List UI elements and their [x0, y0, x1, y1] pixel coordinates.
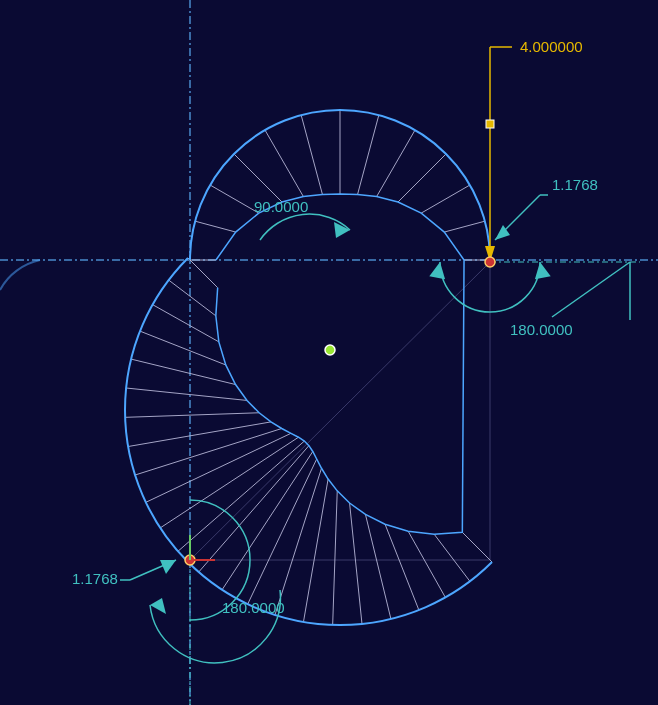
svg-line-9 — [398, 154, 446, 202]
dim-curvature-right-label: 1.1768 — [552, 176, 598, 193]
svg-line-24 — [199, 446, 309, 572]
dim-angle-top[interactable]: 90.0000 — [254, 198, 350, 240]
svg-line-8 — [377, 130, 415, 196]
dim-curvature-right[interactable]: 1.1768 — [495, 176, 598, 240]
dim-curvature-bottom-label: 1.1768 — [72, 570, 118, 587]
dim-curvature-bottom[interactable]: 1.1768 — [72, 560, 176, 587]
cad-canvas[interactable]: 4.000000 180.0000 1.1768 90.0000 180.000… — [0, 0, 658, 705]
svg-line-42 — [552, 262, 630, 317]
main-arc[interactable] — [125, 258, 492, 625]
svg-line-1 — [195, 221, 236, 232]
dim-distance[interactable]: 4.000000 — [485, 38, 583, 262]
svg-line-28 — [135, 428, 282, 475]
svg-line-25 — [178, 441, 304, 551]
dim-angle-top-label: 90.0000 — [254, 198, 308, 215]
svg-line-36 — [188, 258, 218, 288]
dim-angle-bottom-label: 180.0000 — [222, 599, 285, 616]
svg-line-20 — [303, 479, 328, 622]
svg-line-22 — [248, 459, 317, 604]
svg-line-11 — [444, 221, 485, 232]
svg-line-7 — [358, 115, 379, 194]
svg-line-16 — [385, 524, 419, 610]
svg-line-33 — [140, 331, 226, 365]
svg-line-5 — [301, 115, 322, 194]
svg-line-10 — [421, 185, 470, 213]
curvature-envelope — [216, 194, 464, 534]
svg-marker-41 — [532, 261, 551, 280]
endpoint-right[interactable] — [485, 257, 495, 267]
curvature-comb — [125, 110, 492, 625]
svg-marker-40 — [429, 261, 448, 280]
svg-line-35 — [169, 280, 216, 316]
dim-distance-label: 4.000000 — [520, 38, 583, 55]
svg-line-29 — [128, 422, 271, 447]
dim-angle-right-label: 180.0000 — [510, 321, 573, 338]
svg-line-18 — [350, 503, 362, 624]
svg-line-19 — [333, 491, 338, 625]
svg-marker-51 — [160, 560, 176, 574]
svg-line-31 — [126, 388, 247, 400]
svg-line-13 — [462, 532, 492, 562]
ref-arc-small — [0, 260, 40, 290]
svg-line-3 — [234, 154, 282, 202]
chord-line — [190, 262, 490, 560]
midpoint[interactable] — [325, 345, 335, 355]
svg-marker-48 — [150, 598, 166, 614]
dim-angle-right[interactable]: 180.0000 — [429, 261, 630, 338]
svg-line-21 — [275, 468, 322, 615]
dim-handle-icon[interactable] — [486, 120, 494, 128]
svg-line-2 — [210, 185, 259, 213]
svg-line-27 — [146, 433, 291, 502]
svg-line-4 — [265, 130, 303, 196]
svg-line-30 — [125, 413, 259, 418]
svg-line-14 — [434, 534, 470, 581]
